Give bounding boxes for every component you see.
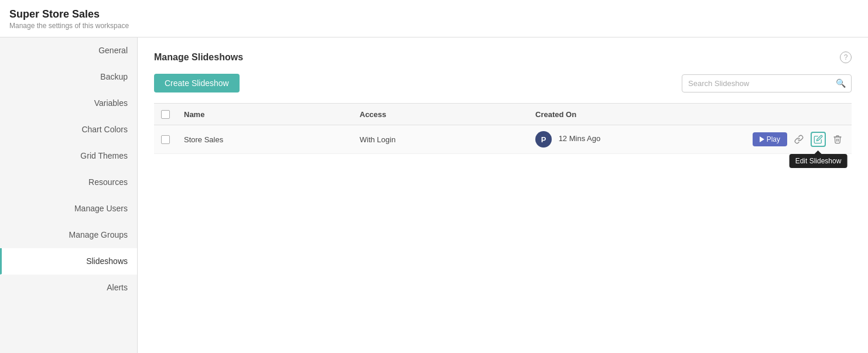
row-access-cell: With Login: [353, 125, 528, 154]
app-title: Super Store Sales: [9, 8, 859, 20]
edit-btn-wrapper: Edit Slideshow: [811, 132, 826, 147]
sidebar-item-backup[interactable]: Backup: [0, 64, 137, 90]
delete-icon-button[interactable]: [831, 132, 845, 146]
main-content: Manage Slideshows ? Create Slideshow 🔍 N…: [138, 37, 868, 353]
sidebar-item-manage-groups[interactable]: Manage Groups: [0, 222, 137, 248]
row-name-cell: Store Sales: [177, 125, 353, 154]
slideshow-name: Store Sales: [184, 135, 223, 144]
help-icon[interactable]: ?: [840, 52, 852, 63]
sidebar-item-variables[interactable]: Variables: [0, 90, 137, 116]
toolbar: Create Slideshow 🔍: [154, 74, 852, 92]
avatar: P: [535, 131, 552, 148]
sidebar-item-general[interactable]: General: [0, 37, 137, 64]
body: General Backup Variables Chart Colors Gr…: [0, 37, 868, 353]
search-icon: 🔍: [836, 78, 846, 88]
row-actions-cell: Play: [746, 125, 852, 154]
link-icon-button[interactable]: [792, 132, 806, 146]
edit-slideshow-button[interactable]: [811, 132, 826, 147]
slideshows-table: Name Access Created On Store Sales: [154, 103, 852, 154]
header: Super Store Sales Manage the settings of…: [0, 0, 868, 37]
sidebar-item-resources[interactable]: Resources: [0, 169, 137, 196]
row-checkbox[interactable]: [161, 135, 170, 144]
sidebar-item-slideshows[interactable]: Slideshows: [0, 248, 137, 275]
app-subtitle: Manage the settings of this workspace: [9, 22, 859, 30]
table-header-row: Name Access Created On: [154, 104, 852, 125]
th-checkbox: [154, 104, 177, 125]
play-icon: [760, 136, 764, 142]
actions-cell: Play: [753, 132, 845, 147]
sidebar-item-alerts[interactable]: Alerts: [0, 275, 137, 301]
search-wrapper: 🔍: [682, 74, 852, 92]
select-all-checkbox[interactable]: [161, 110, 170, 119]
main-header: Manage Slideshows ?: [154, 52, 852, 63]
created-on-text: 12 Mins Ago: [559, 135, 601, 143]
page-title: Manage Slideshows: [154, 52, 243, 63]
th-created: Created On: [528, 104, 746, 125]
play-button[interactable]: Play: [753, 132, 787, 146]
sidebar-item-grid-themes[interactable]: Grid Themes: [0, 143, 137, 169]
row-checkbox-cell: [154, 125, 177, 154]
app-container: Super Store Sales Manage the settings of…: [0, 0, 868, 353]
row-created-cell: P 12 Mins Ago: [528, 125, 746, 154]
th-actions: [746, 104, 852, 125]
th-access: Access: [353, 104, 528, 125]
sidebar-item-chart-colors[interactable]: Chart Colors: [0, 116, 137, 143]
slideshow-access: With Login: [360, 135, 395, 144]
edit-slideshow-tooltip: Edit Slideshow: [790, 154, 848, 168]
sidebar: General Backup Variables Chart Colors Gr…: [0, 37, 138, 353]
sidebar-item-manage-users[interactable]: Manage Users: [0, 196, 137, 222]
th-name: Name: [177, 104, 353, 125]
play-label: Play: [767, 135, 780, 143]
table-row: Store Sales With Login P 12 Mins Ago: [154, 125, 852, 154]
search-input[interactable]: [682, 74, 852, 92]
create-slideshow-button[interactable]: Create Slideshow: [154, 74, 240, 92]
